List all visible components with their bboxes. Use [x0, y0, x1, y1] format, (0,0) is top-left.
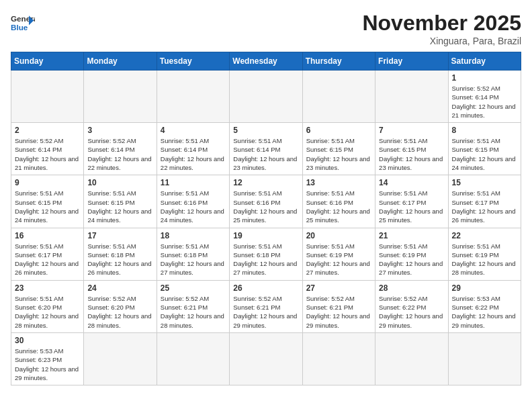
calendar-week-row: 16Sunrise: 5:51 AM Sunset: 6:17 PM Dayli… [11, 228, 521, 280]
weekday-header-sunday: Sunday [11, 52, 84, 71]
calendar-week-row: 23Sunrise: 5:51 AM Sunset: 6:20 PM Dayli… [11, 280, 521, 332]
day-number: 1 [452, 73, 517, 83]
calendar-cell: 17Sunrise: 5:51 AM Sunset: 6:18 PM Dayli… [84, 228, 157, 280]
weekday-header-tuesday: Tuesday [157, 52, 229, 71]
day-number: 19 [233, 231, 298, 240]
calendar-cell [302, 71, 375, 123]
calendar-cell [84, 332, 157, 385]
calendar-cell: 26Sunrise: 5:52 AM Sunset: 6:21 PM Dayli… [230, 280, 302, 332]
calendar-cell: 27Sunrise: 5:52 AM Sunset: 6:21 PM Dayli… [302, 280, 375, 332]
day-info: Sunrise: 5:52 AM Sunset: 6:14 PM Dayligh… [452, 84, 517, 120]
calendar-cell: 28Sunrise: 5:52 AM Sunset: 6:22 PM Dayli… [375, 280, 448, 332]
day-number: 29 [452, 283, 517, 293]
calendar-cell [230, 71, 302, 123]
day-info: Sunrise: 5:51 AM Sunset: 6:16 PM Dayligh… [161, 189, 226, 224]
logo-icon: General Blue [11, 11, 35, 35]
calendar-cell [375, 332, 448, 385]
day-info: Sunrise: 5:52 AM Sunset: 6:22 PM Dayligh… [379, 294, 444, 330]
weekday-header-row: SundayMondayTuesdayWednesdayThursdayFrid… [11, 52, 521, 71]
day-number: 4 [161, 126, 226, 135]
calendar-cell: 1Sunrise: 5:52 AM Sunset: 6:14 PM Daylig… [448, 71, 521, 123]
weekday-header-wednesday: Wednesday [230, 52, 302, 71]
day-info: Sunrise: 5:52 AM Sunset: 6:20 PM Dayligh… [87, 294, 152, 330]
calendar-cell: 24Sunrise: 5:52 AM Sunset: 6:20 PM Dayli… [84, 280, 157, 332]
day-number: 14 [379, 178, 444, 187]
calendar-week-row: 30Sunrise: 5:53 AM Sunset: 6:23 PM Dayli… [11, 332, 521, 385]
day-number: 9 [15, 178, 80, 187]
day-info: Sunrise: 5:51 AM Sunset: 6:14 PM Dayligh… [161, 136, 226, 172]
calendar-week-row: 2Sunrise: 5:52 AM Sunset: 6:14 PM Daylig… [11, 123, 521, 175]
day-number: 15 [452, 178, 517, 187]
logo: General Blue [11, 11, 35, 35]
calendar-cell [230, 332, 302, 385]
day-info: Sunrise: 5:51 AM Sunset: 6:19 PM Dayligh… [306, 242, 371, 277]
weekday-header-friday: Friday [375, 52, 448, 71]
calendar-cell: 12Sunrise: 5:51 AM Sunset: 6:16 PM Dayli… [230, 175, 302, 228]
calendar-cell [11, 71, 84, 123]
calendar-cell: 5Sunrise: 5:51 AM Sunset: 6:14 PM Daylig… [230, 123, 302, 175]
calendar-cell: 30Sunrise: 5:53 AM Sunset: 6:23 PM Dayli… [11, 332, 84, 385]
page-header: General Blue November 2025 Xinguara, Par… [11, 11, 521, 46]
calendar-cell: 15Sunrise: 5:51 AM Sunset: 6:17 PM Dayli… [448, 175, 521, 228]
day-number: 3 [87, 126, 152, 135]
day-info: Sunrise: 5:51 AM Sunset: 6:18 PM Dayligh… [161, 242, 226, 277]
day-info: Sunrise: 5:52 AM Sunset: 6:21 PM Dayligh… [306, 294, 371, 330]
day-number: 10 [87, 178, 152, 187]
calendar-cell [448, 332, 521, 385]
calendar-cell: 20Sunrise: 5:51 AM Sunset: 6:19 PM Dayli… [302, 228, 375, 280]
day-number: 6 [306, 126, 371, 135]
calendar-cell: 14Sunrise: 5:51 AM Sunset: 6:17 PM Dayli… [375, 175, 448, 228]
day-number: 17 [87, 231, 152, 240]
day-number: 21 [379, 231, 444, 240]
day-number: 20 [306, 231, 371, 240]
day-info: Sunrise: 5:51 AM Sunset: 6:19 PM Dayligh… [452, 242, 517, 277]
day-info: Sunrise: 5:52 AM Sunset: 6:14 PM Dayligh… [87, 136, 152, 172]
day-number: 13 [306, 178, 371, 187]
day-number: 26 [233, 283, 298, 293]
calendar-cell: 18Sunrise: 5:51 AM Sunset: 6:18 PM Dayli… [157, 228, 229, 280]
day-number: 16 [15, 231, 80, 240]
day-info: Sunrise: 5:51 AM Sunset: 6:15 PM Dayligh… [452, 136, 517, 172]
day-number: 27 [306, 283, 371, 293]
day-info: Sunrise: 5:51 AM Sunset: 6:15 PM Dayligh… [15, 189, 80, 224]
day-number: 28 [379, 283, 444, 293]
calendar-week-row: 1Sunrise: 5:52 AM Sunset: 6:14 PM Daylig… [11, 71, 521, 123]
calendar-cell: 21Sunrise: 5:51 AM Sunset: 6:19 PM Dayli… [375, 228, 448, 280]
day-number: 22 [452, 231, 517, 240]
calendar-cell: 9Sunrise: 5:51 AM Sunset: 6:15 PM Daylig… [11, 175, 84, 228]
calendar-cell: 7Sunrise: 5:51 AM Sunset: 6:15 PM Daylig… [375, 123, 448, 175]
location: Xinguara, Para, Brazil [362, 36, 521, 46]
calendar-cell: 4Sunrise: 5:51 AM Sunset: 6:14 PM Daylig… [157, 123, 229, 175]
calendar-cell [84, 71, 157, 123]
calendar-cell: 8Sunrise: 5:51 AM Sunset: 6:15 PM Daylig… [448, 123, 521, 175]
title-block: November 2025 Xinguara, Para, Brazil [362, 11, 521, 46]
day-info: Sunrise: 5:51 AM Sunset: 6:15 PM Dayligh… [87, 189, 152, 224]
weekday-header-monday: Monday [84, 52, 157, 71]
day-number: 18 [161, 231, 226, 240]
calendar-cell: 13Sunrise: 5:51 AM Sunset: 6:16 PM Dayli… [302, 175, 375, 228]
calendar-cell: 3Sunrise: 5:52 AM Sunset: 6:14 PM Daylig… [84, 123, 157, 175]
calendar-cell [375, 71, 448, 123]
calendar-table: SundayMondayTuesdayWednesdayThursdayFrid… [11, 52, 521, 385]
calendar-cell: 22Sunrise: 5:51 AM Sunset: 6:19 PM Dayli… [448, 228, 521, 280]
day-number: 24 [87, 283, 152, 293]
day-info: Sunrise: 5:51 AM Sunset: 6:15 PM Dayligh… [379, 136, 444, 172]
calendar-cell: 29Sunrise: 5:53 AM Sunset: 6:22 PM Dayli… [448, 280, 521, 332]
day-info: Sunrise: 5:51 AM Sunset: 6:17 PM Dayligh… [15, 242, 80, 277]
calendar-cell: 23Sunrise: 5:51 AM Sunset: 6:20 PM Dayli… [11, 280, 84, 332]
calendar-cell: 19Sunrise: 5:51 AM Sunset: 6:18 PM Dayli… [230, 228, 302, 280]
day-info: Sunrise: 5:51 AM Sunset: 6:19 PM Dayligh… [379, 242, 444, 277]
day-info: Sunrise: 5:51 AM Sunset: 6:17 PM Dayligh… [452, 189, 517, 224]
day-info: Sunrise: 5:51 AM Sunset: 6:18 PM Dayligh… [233, 242, 298, 277]
day-info: Sunrise: 5:51 AM Sunset: 6:18 PM Dayligh… [87, 242, 152, 277]
calendar-cell: 10Sunrise: 5:51 AM Sunset: 6:15 PM Dayli… [84, 175, 157, 228]
calendar-cell: 6Sunrise: 5:51 AM Sunset: 6:15 PM Daylig… [302, 123, 375, 175]
calendar-cell [157, 332, 229, 385]
day-info: Sunrise: 5:53 AM Sunset: 6:23 PM Dayligh… [15, 347, 80, 382]
day-number: 11 [161, 178, 226, 187]
weekday-header-saturday: Saturday [448, 52, 521, 71]
day-number: 5 [233, 126, 298, 135]
calendar-week-row: 9Sunrise: 5:51 AM Sunset: 6:15 PM Daylig… [11, 175, 521, 228]
day-info: Sunrise: 5:51 AM Sunset: 6:16 PM Dayligh… [306, 189, 371, 224]
calendar-cell: 2Sunrise: 5:52 AM Sunset: 6:14 PM Daylig… [11, 123, 84, 175]
